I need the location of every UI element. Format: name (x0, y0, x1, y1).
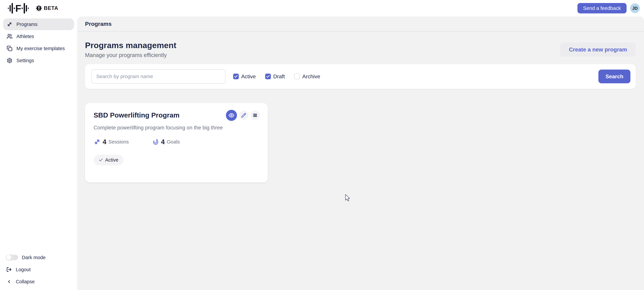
users-icon (7, 33, 12, 39)
copy-icon (7, 46, 12, 51)
program-title: SBD Powerlifting Program (94, 111, 180, 119)
dark-mode-row: Dark mode (3, 252, 74, 264)
beta-gear-icon (36, 5, 42, 11)
sidebar-item-programs[interactable]: Programs (3, 18, 74, 30)
card-actions (226, 110, 260, 121)
pencil-icon (241, 113, 246, 118)
sidebar-item-label: Programs (16, 22, 38, 27)
search-input[interactable] (91, 69, 226, 83)
program-card: SBD Powerlifting Program (85, 103, 268, 182)
breadcrumb: Programs (85, 21, 112, 27)
sidebar-item-label: My exercise templates (16, 46, 65, 51)
program-stats: 4 Sessions 4 Goals (94, 138, 260, 146)
eye-icon (228, 112, 234, 118)
breadcrumb-bar: Programs (77, 16, 644, 31)
create-program-button[interactable]: Create a new program (560, 42, 636, 57)
search-panel: Active Draft Archive Search (85, 64, 636, 89)
logout-label: Logout (16, 267, 31, 273)
sessions-stat: 4 Sessions (94, 138, 129, 146)
status-label: Active (105, 157, 118, 163)
sidebar-item-label: Settings (16, 58, 34, 63)
search-filters: Active Draft Archive (233, 73, 320, 80)
chevron-left-icon (7, 279, 12, 284)
draft-checkbox[interactable] (265, 74, 271, 79)
logout-icon (6, 267, 12, 272)
check-icon (98, 158, 103, 162)
sidebar: Programs Athletes My exercise templates … (0, 16, 77, 290)
goals-stat: 4 Goals (152, 138, 180, 146)
check-icon (266, 74, 270, 78)
sidebar-item-settings[interactable]: Settings (3, 55, 74, 66)
check-icon (234, 74, 238, 78)
topbar: F BETA Send a feedback JD (0, 0, 644, 16)
goals-count: 4 (161, 138, 165, 146)
main-surface: Programs Programs management Manage your… (77, 16, 644, 290)
archive-checkbox[interactable] (294, 74, 300, 79)
logout-button[interactable]: Logout (3, 264, 74, 276)
page-subtitle: Manage your programs efficiently (85, 52, 176, 58)
dark-mode-label: Dark mode (22, 255, 46, 260)
filter-archive[interactable]: Archive (294, 73, 320, 80)
avatar[interactable]: JD (630, 3, 640, 13)
status-badge: Active (94, 155, 124, 165)
program-description: Complete powerlifting program focusing o… (94, 124, 244, 132)
goals-label: Goals (167, 139, 180, 145)
goal-icon (152, 138, 159, 145)
sessions-count: 4 (103, 138, 106, 146)
sidebar-item-label: Athletes (16, 34, 34, 39)
page-title: Programs management (85, 41, 176, 50)
hamburger-icon (253, 113, 258, 118)
filter-label: Archive (302, 73, 320, 80)
svg-text:F: F (15, 3, 21, 14)
beta-badge: BETA (36, 5, 58, 11)
dark-mode-toggle[interactable] (6, 255, 18, 260)
view-button[interactable] (226, 110, 237, 121)
collapse-label: Collapse (16, 279, 35, 285)
gear-icon (7, 58, 12, 63)
filter-label: Draft (273, 73, 285, 80)
filter-label: Active (241, 73, 256, 80)
filter-draft[interactable]: Draft (265, 73, 285, 80)
active-checkbox[interactable] (233, 74, 239, 79)
menu-button[interactable] (250, 111, 260, 120)
send-feedback-button[interactable]: Send a feedback (578, 3, 626, 13)
dumbbell-icon (94, 138, 100, 145)
dumbbell-icon (7, 21, 12, 27)
edit-button[interactable] (239, 111, 248, 120)
app-logo[interactable]: F (8, 2, 29, 14)
filter-active[interactable]: Active (233, 73, 256, 80)
sessions-label: Sessions (108, 139, 129, 145)
beta-label: BETA (44, 5, 58, 11)
search-button[interactable]: Search (598, 70, 630, 83)
sidebar-item-athletes[interactable]: Athletes (3, 30, 74, 42)
sidebar-item-exercise-templates[interactable]: My exercise templates (3, 42, 74, 54)
collapse-button[interactable]: Collapse (3, 276, 74, 288)
